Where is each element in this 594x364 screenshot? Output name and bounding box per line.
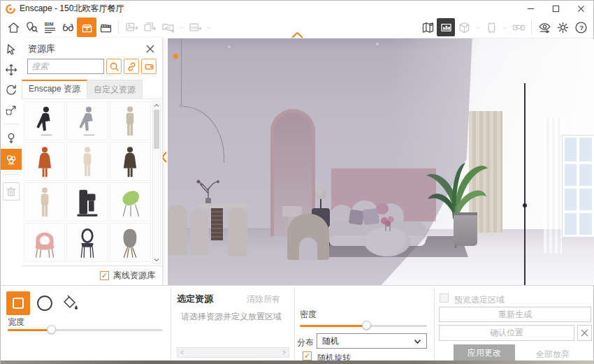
preview-region-checkbox: [440, 293, 449, 303]
asset-library-panel: 资源库 Enscape 资源 自定义资源: [22, 38, 163, 285]
cancel-position-button[interactable]: [577, 325, 592, 341]
scatter-assets-icon[interactable]: [1, 149, 22, 170]
discard-all-button[interactable]: 全部放弃: [536, 349, 570, 361]
svg-text:?: ?: [579, 24, 584, 31]
width-slider-knob[interactable]: [47, 325, 56, 334]
walkthrough-goggles-icon[interactable]: [59, 18, 77, 36]
asset-thumb-shell-chair-patterned[interactable]: [110, 223, 151, 262]
tab-enscape-assets[interactable]: Enscape 资源: [22, 80, 87, 99]
dropdown-caret-icon[interactable]: [204, 18, 213, 36]
asset-thumb-armchair-pink[interactable]: [24, 223, 65, 262]
offline-library-checkbox[interactable]: [100, 271, 109, 280]
video-editor-icon[interactable]: [96, 18, 115, 36]
scene-window-mullion: [565, 161, 592, 164]
panorama-export-icon: 360°: [159, 18, 177, 36]
vr-headset-icon: [509, 18, 528, 36]
asset-thumb-lounge-chair-green[interactable]: [110, 182, 151, 221]
general-settings-icon[interactable]: [553, 18, 572, 36]
close-x-icon: [581, 329, 588, 337]
tab-custom-assets[interactable]: 自定义资源: [87, 80, 143, 99]
random-rotation-checkbox[interactable]: [303, 351, 312, 361]
dropdown-caret-icon[interactable]: [177, 18, 186, 36]
edit-mode-rail: [1, 38, 22, 285]
scene-light-pole: [524, 83, 526, 285]
placement-bottom-panel: 宽度 选定资源 清除所有 请选择资源并定义放置区域 密度 分布 随机 随机旋转: [1, 285, 593, 361]
help-icon[interactable]: ?: [572, 18, 590, 36]
view-cube-icon: [455, 18, 473, 36]
section-divider: [171, 287, 171, 360]
toolbar-right-group: ?: [419, 18, 590, 36]
scroll-up-icon[interactable]: [153, 101, 160, 109]
rectangle-region-tool[interactable]: [6, 291, 30, 315]
asset-thumb-standing-woman-cream[interactable]: [66, 142, 108, 181]
scale-icon[interactable]: [1, 101, 21, 119]
asset-scrollbar[interactable]: [152, 101, 161, 264]
density-slider[interactable]: [300, 321, 427, 330]
screenshot-export-icon: [122, 18, 140, 36]
asset-thumb-sitting-man-grey[interactable]: [66, 101, 108, 140]
asset-search-input[interactable]: [27, 59, 104, 74]
asset-thumb-ghost-chair-black[interactable]: [66, 223, 108, 262]
preview-region-label: 预览选定区域: [454, 294, 505, 306]
tag-icon[interactable]: [141, 59, 157, 74]
panorama-gallery-icon: [482, 18, 500, 36]
visual-settings-icon[interactable]: [535, 18, 553, 36]
window-title: Enscape - 150北欧客厅餐厅: [20, 3, 124, 15]
section-divider: [294, 287, 295, 360]
dropdown-caret-icon[interactable]: [473, 18, 482, 36]
collapse-up-chevron-icon[interactable]: [291, 29, 303, 36]
asset-tabs: Enscape 资源 自定义资源: [22, 80, 162, 99]
asset-thumb-sitting-man-dark-suit[interactable]: [24, 101, 65, 140]
select-cursor-icon[interactable]: [1, 40, 21, 59]
minimize-button[interactable]: [518, 1, 543, 17]
mini-map-icon[interactable]: [419, 18, 437, 36]
batch-render-export-icon: [140, 18, 159, 36]
asset-thumb-gym-machine-black[interactable]: [66, 182, 108, 221]
selection-empty-hint: 请选择资源并定义放置区域: [181, 311, 282, 323]
enscape-window: Enscape - 150北欧客厅餐厅 BIM360°EXE ?: [0, 0, 594, 364]
asset-grid: [24, 101, 151, 262]
scene-light-pole-joint: [523, 203, 527, 208]
dropdown-caret-icon[interactable]: [500, 18, 509, 36]
place-asset-icon[interactable]: [1, 129, 21, 147]
selection-vertex-dot[interactable]: [173, 54, 178, 59]
offline-library-label: 离线资源库: [113, 270, 155, 282]
paint-fill-tool[interactable]: [60, 293, 81, 314]
search-icon[interactable]: [106, 59, 122, 74]
width-slider[interactable]: [8, 325, 163, 335]
scroll-down-icon[interactable]: [153, 256, 160, 263]
move-icon[interactable]: [1, 60, 21, 79]
panel-close-icon[interactable]: [145, 43, 156, 54]
clear-all-link[interactable]: 清除所有: [247, 293, 280, 305]
scrollbar-thumb[interactable]: [154, 110, 159, 149]
render-viewport[interactable]: [166, 38, 594, 285]
asset-thumb-standing-woman-dark-skirt[interactable]: [110, 142, 151, 181]
confirm-position-button: 确认位置: [439, 325, 574, 341]
link-icon[interactable]: [124, 59, 139, 74]
maximize-button[interactable]: [543, 1, 568, 17]
toolbar-divider: [3, 124, 19, 124]
asset-thumb-standing-woman-orange-dress[interactable]: [24, 142, 65, 181]
scene-window-mullion: [565, 210, 592, 213]
selection-hscrollbar[interactable]: [177, 347, 289, 358]
distribution-select[interactable]: 随机: [317, 333, 427, 349]
circle-region-tool[interactable]: [34, 293, 55, 314]
scroll-right-icon[interactable]: [280, 348, 289, 357]
asset-panel-title: 资源库: [28, 43, 55, 55]
bim-mode-icon[interactable]: BIM: [41, 18, 59, 36]
apply-changes-button[interactable]: 应用更改: [454, 344, 515, 361]
asset-thumb-standing-woman-tan[interactable]: [24, 182, 65, 221]
safe-frame-icon[interactable]: [437, 18, 455, 36]
scene-plant-pot: [454, 212, 477, 246]
scene-sheer-curtain: [544, 118, 562, 254]
density-slider-knob[interactable]: [362, 321, 371, 330]
asset-library-icon[interactable]: [77, 17, 96, 37]
close-button[interactable]: [568, 1, 593, 17]
issue-pin-icon[interactable]: [22, 18, 41, 36]
asset-thumb-standing-man-beige[interactable]: [110, 101, 151, 140]
section-divider: [434, 287, 435, 360]
rotate-icon[interactable]: [1, 80, 21, 99]
home-icon[interactable]: [4, 18, 22, 36]
toolbar-divider: [531, 20, 532, 34]
scroll-left-icon[interactable]: [178, 348, 187, 357]
